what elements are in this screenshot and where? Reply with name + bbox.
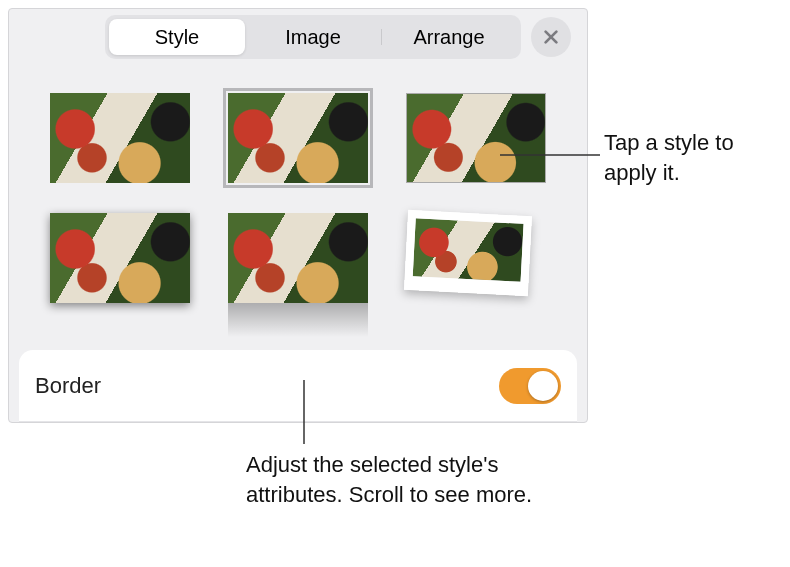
thumbnail-image: [228, 213, 368, 303]
tab-bar: Style Image Arrange: [9, 15, 587, 59]
thumbnail-image: [228, 93, 368, 183]
tab-label: Arrange: [413, 26, 484, 49]
close-button[interactable]: [531, 17, 571, 57]
thumbnail-image: [50, 213, 190, 303]
callout-leader-line: [294, 380, 314, 450]
close-icon: [542, 28, 560, 46]
callout-attributes: Adjust the selected style's attributes. …: [246, 450, 566, 509]
callout-style: Tap a style to apply it.: [604, 128, 784, 187]
style-grid: [9, 93, 587, 303]
tab-style[interactable]: Style: [109, 19, 245, 55]
tab-image[interactable]: Image: [245, 19, 381, 55]
border-label: Border: [35, 373, 499, 399]
border-toggle[interactable]: [499, 368, 561, 404]
tab-label: Image: [285, 26, 341, 49]
segmented-tabs: Style Image Arrange: [105, 15, 521, 59]
style-thumbnail[interactable]: [50, 93, 190, 183]
style-thumbnail[interactable]: [228, 93, 368, 183]
callout-leader-line: [500, 140, 610, 170]
thumbnail-image: [404, 210, 532, 296]
style-thumbnail[interactable]: [50, 213, 190, 303]
thumbnail-image: [50, 93, 190, 183]
tab-arrange[interactable]: Arrange: [381, 19, 517, 55]
format-panel: Style Image Arrange Border: [8, 8, 588, 423]
style-thumbnail[interactable]: [406, 213, 546, 303]
style-thumbnail[interactable]: [228, 213, 368, 303]
tab-label: Style: [155, 26, 199, 49]
